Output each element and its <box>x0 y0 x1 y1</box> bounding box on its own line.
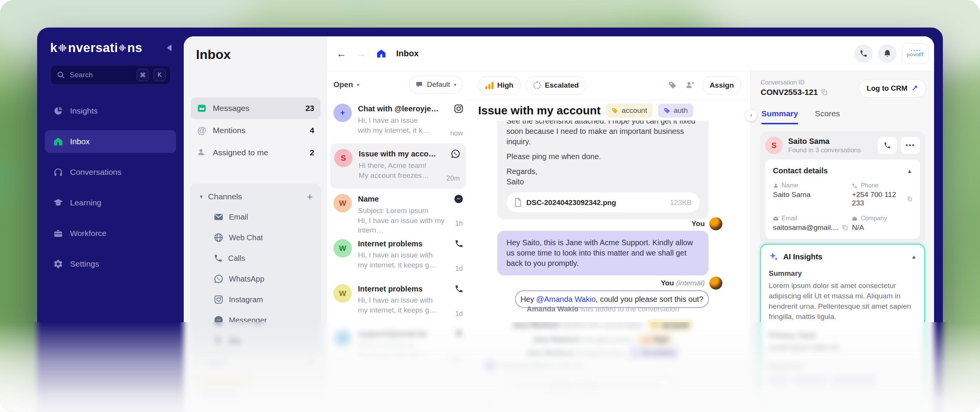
whatsapp-icon <box>451 149 461 159</box>
gear-icon <box>53 259 63 269</box>
channel-email[interactable]: Email <box>195 207 316 227</box>
waveform-o-icon <box>58 43 68 53</box>
channel-instagram[interactable]: Instagram <box>195 289 316 310</box>
log-to-crm-button[interactable]: Log to CRM↗ <box>859 79 926 98</box>
avatar: S <box>333 329 352 348</box>
file-icon <box>514 198 522 207</box>
preview-line: Hi there, Acme team! <box>359 161 426 169</box>
avatar: W <box>333 284 352 303</box>
preview-line: my internet, it keeps g… <box>358 306 436 314</box>
external-link-icon: ↗ <box>911 84 918 93</box>
sidebar-item-inbox[interactable]: Inbox <box>45 130 176 153</box>
call-button[interactable] <box>854 44 873 63</box>
collapse-chevron-icon[interactable]: ▲ <box>911 254 916 260</box>
channels-header[interactable]: ▾ Channels + <box>195 187 316 207</box>
forward-arrow-button[interactable]: → <box>356 48 366 60</box>
conversation-id-value: CONV2553-121 <box>761 88 818 97</box>
priority-chip[interactable]: High <box>637 333 673 346</box>
copy-icon[interactable] <box>842 225 848 231</box>
conversation-title: support@jsmob.ke <box>358 330 451 339</box>
status-filter-dropdown[interactable]: Open ▾ <box>333 80 359 89</box>
status-pill[interactable]: Escalated <box>526 76 586 94</box>
mention-link: @Jane Muthoni <box>551 382 602 390</box>
channel-jira[interactable]: Jira <box>195 331 316 351</box>
back-arrow-button[interactable]: ← <box>336 48 346 60</box>
headphones-icon <box>53 167 63 177</box>
sidebar-collapse-icon[interactable] <box>167 44 172 51</box>
org-logo-tile[interactable]: povoIT <box>902 43 929 64</box>
channel-webchat[interactable]: Web Chat <box>195 227 316 248</box>
conversation-item[interactable]: W Name Subject: Lorem ipsumHi, I have an… <box>327 189 469 234</box>
chevron-down-icon: ▾ <box>200 193 203 200</box>
blurred-text <box>500 404 546 411</box>
avatar: + <box>333 104 352 122</box>
contact-more-button[interactable]: ••• <box>901 137 920 154</box>
conversation-item-selected[interactable]: S Issue with my acco… Hi there, Acme tea… <box>330 143 466 189</box>
notifications-button[interactable] <box>878 44 897 63</box>
breadcrumb-title: Inbox <box>396 49 419 59</box>
view-label: Assigned to me <box>213 148 304 157</box>
search-input[interactable]: Search ⌘ K <box>50 65 171 85</box>
sender-name: Amanda Wakio <box>500 362 552 370</box>
inbox-panel: Inbox Messages 23 @ Mentions 4 Assigne <box>184 36 327 412</box>
thread-tag-account[interactable]: account <box>606 104 653 117</box>
mention-link[interactable]: @Amanda Wakio <box>536 295 596 303</box>
label-chip[interactable] <box>200 391 240 403</box>
keyword-chip[interactable] <box>831 375 876 386</box>
conversation-item[interactable]: + Chat with @leeroyje… Hi, I have an iss… <box>327 98 469 143</box>
thread-tag-auth[interactable]: auth <box>658 104 693 117</box>
assign-button[interactable]: Assign <box>702 76 741 94</box>
view-mentions[interactable]: @ Mentions 4 <box>191 120 320 141</box>
priority-pill[interactable]: High <box>478 76 521 94</box>
view-messages[interactable]: Messages 23 <box>191 98 320 119</box>
shortcut-cmd-key: ⌘ <box>137 69 149 81</box>
copy-icon[interactable] <box>821 89 828 96</box>
sidebar-item-conversations[interactable]: Conversations <box>45 161 176 184</box>
conversation-item[interactable]: W Internet problems Hi, I have an issue … <box>327 234 469 279</box>
channels-section: ▾ Channels + Email Web Chat Calls <box>190 184 321 357</box>
contact-subtitle: Found in 3 conversations <box>788 147 861 154</box>
sidebar-item-settings[interactable]: Settings <box>45 252 176 275</box>
sidebar-item-workforce[interactable]: Workforce <box>45 222 176 245</box>
view-assigned[interactable]: Assigned to me 2 <box>191 142 320 163</box>
collapse-chevron-icon[interactable]: ▲ <box>907 168 912 174</box>
ai-primary-topic-label: Primary Topic <box>769 331 916 340</box>
channel-messenger[interactable]: Messenger <box>195 310 316 331</box>
add-channel-button[interactable]: + <box>307 191 313 203</box>
collapse-panel-button[interactable]: › <box>745 109 757 121</box>
chevron-down-icon: ▾ <box>357 82 359 88</box>
tab-scores[interactable]: Scores <box>815 109 840 124</box>
ai-summary-label: Summary <box>769 269 916 278</box>
keyword-chip[interactable] <box>769 375 789 386</box>
contact-call-button[interactable] <box>878 137 897 154</box>
bell-icon <box>883 49 892 58</box>
status-chip[interactable]: Escalated <box>628 347 679 360</box>
avatar <box>484 360 496 372</box>
channel-calls[interactable]: Calls <box>195 248 316 269</box>
inbox-views: Messages 23 @ Mentions 4 Assigned to me … <box>184 98 327 164</box>
tag-icon <box>611 107 619 114</box>
sidebar-item-insights[interactable]: Insights <box>45 99 176 122</box>
tab-summary[interactable]: Summary <box>761 109 798 124</box>
copy-icon[interactable] <box>907 196 912 202</box>
contact-details-title: Contact details <box>773 166 907 175</box>
sidebar-item-label: Workforce <box>70 229 106 238</box>
keyword-chip[interactable] <box>793 375 827 386</box>
attachment-chip[interactable]: DSC-20240423092342.png 123KB <box>506 192 699 212</box>
channel-whatsapp[interactable]: WhatsApp <box>195 269 316 289</box>
view-filter-dropdown[interactable]: Default ▾ <box>409 76 463 93</box>
add-label-button[interactable]: + <box>308 358 314 368</box>
sidebar-item-learning[interactable]: Learning <box>45 191 176 214</box>
phone-icon <box>884 142 891 149</box>
conversation-item[interactable]: W Internet problems Hi, I have an issue … <box>327 279 469 324</box>
contact-details-card: Contact details ▲ Name Saito Sama Phone … <box>765 160 920 239</box>
conversation-item[interactable]: S support@jsmob.ke Refund issued onPurch… <box>327 324 469 369</box>
labels-header[interactable]: ▾ Labels + <box>190 354 321 372</box>
add-person-icon[interactable] <box>685 80 695 90</box>
label-chip[interactable]: account <box>647 319 693 332</box>
shortcut-k-key: K <box>154 69 166 81</box>
label-chip[interactable] <box>200 376 250 388</box>
escalated-icon <box>633 350 639 356</box>
tag-icon[interactable] <box>668 81 677 90</box>
channel-label: Jira <box>228 337 240 345</box>
